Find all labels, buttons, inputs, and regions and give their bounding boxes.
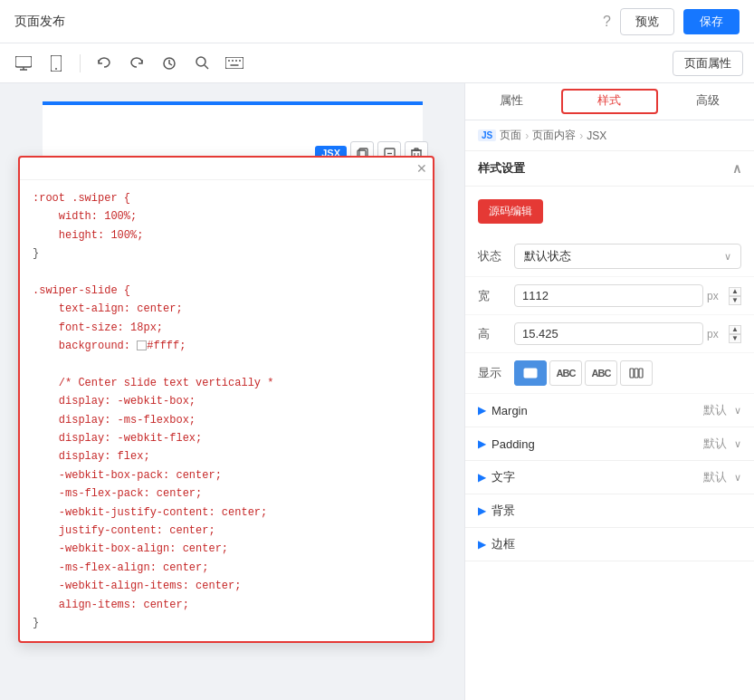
- border-row[interactable]: ▶ 边框: [465, 528, 754, 561]
- margin-value: 默认: [703, 402, 727, 418]
- js-badge: JS: [478, 129, 496, 141]
- breadcrumb: JS 页面 › 页面内容 › JSX: [465, 120, 754, 151]
- display-block-button[interactable]: [514, 360, 547, 386]
- display-inline-button[interactable]: ABC: [549, 360, 582, 386]
- text-label: 文字: [492, 469, 703, 485]
- svg-rect-24: [524, 369, 537, 378]
- tab-advanced[interactable]: 高级: [662, 83, 754, 120]
- border-arrow-icon: ▶: [478, 538, 486, 551]
- undo-icon[interactable]: [91, 51, 117, 76]
- margin-row[interactable]: ▶ Margin 默认 ∨: [465, 394, 754, 427]
- top-header: 页面发布 ? 预览 保存: [0, 0, 754, 43]
- display-label: 显示: [478, 365, 514, 381]
- status-control: 默认状态 ∨: [514, 244, 741, 269]
- display-control: ABC ABC: [514, 360, 741, 386]
- display-buttons: ABC ABC: [514, 360, 741, 386]
- style-settings-label: 样式设置: [478, 160, 525, 177]
- toolbar: 页面属性: [0, 43, 754, 83]
- breadcrumb-page-content[interactable]: 页面内容: [532, 128, 576, 143]
- width-decrement[interactable]: ▼: [729, 296, 741, 305]
- panel-tabs: 属性 样式 高级: [465, 83, 754, 120]
- bg-arrow-icon: ▶: [478, 504, 486, 517]
- height-increment[interactable]: ▲: [729, 325, 741, 334]
- keyboard-icon[interactable]: [222, 51, 247, 76]
- collapse-icon[interactable]: ∧: [732, 161, 741, 176]
- background-row[interactable]: ▶ 背景: [465, 494, 754, 528]
- height-input[interactable]: [514, 322, 703, 345]
- tab-properties[interactable]: 属性: [465, 83, 558, 120]
- svg-rect-8: [225, 57, 243, 69]
- svg-line-7: [205, 65, 208, 69]
- height-row: 高 px ▲ ▼: [465, 315, 754, 353]
- height-unit: px: [707, 328, 725, 340]
- padding-row[interactable]: ▶ Padding 默认 ∨: [465, 427, 754, 461]
- code-editor-popup: ✕ :root .swiper { width: 100%; height: 1…: [18, 156, 434, 643]
- page-title: 页面发布: [14, 14, 65, 30]
- save-button[interactable]: 保存: [683, 9, 740, 34]
- border-label: 边框: [492, 536, 741, 552]
- breadcrumb-jsx[interactable]: JSX: [587, 129, 606, 142]
- breadcrumb-page[interactable]: 页面: [500, 128, 521, 143]
- source-code-section: 源码编辑: [465, 187, 754, 236]
- svg-rect-25: [630, 369, 634, 378]
- status-select[interactable]: 默认状态 ∨: [514, 244, 741, 269]
- svg-rect-0: [15, 56, 32, 67]
- text-chevron-icon: ∨: [734, 472, 741, 484]
- right-panel: 属性 样式 高级 JS 页面 › 页面内容 › JSX 样式设置 ∧ 源码编辑 …: [464, 83, 754, 700]
- search-icon[interactable]: [189, 51, 215, 76]
- code-content: :root .swiper { width: 100%; height: 100…: [33, 189, 420, 632]
- header-actions: ? 预览 保存: [603, 8, 740, 35]
- status-label: 状态: [478, 248, 514, 264]
- svg-point-4: [55, 68, 57, 70]
- canvas-area: JSX ✕ :root .swiper { width: 100%; heigh…: [0, 83, 464, 700]
- height-control: px ▲ ▼: [514, 322, 741, 345]
- code-editor-body[interactable]: :root .swiper { width: 100%; height: 100…: [20, 180, 433, 641]
- breadcrumb-sep-1: ›: [525, 129, 529, 142]
- main-layout: JSX ✕ :root .swiper { width: 100%; heigh…: [0, 83, 754, 700]
- chevron-down-icon: ∨: [724, 251, 731, 263]
- history-icon[interactable]: [157, 51, 182, 76]
- svg-point-6: [196, 57, 205, 66]
- status-value: 默认状态: [524, 248, 571, 264]
- text-arrow-icon: ▶: [478, 471, 486, 484]
- svg-rect-27: [639, 369, 643, 378]
- padding-value: 默认: [703, 436, 727, 452]
- style-settings-header: 样式设置 ∧: [465, 151, 754, 187]
- help-icon[interactable]: ?: [603, 14, 611, 30]
- svg-rect-20: [415, 149, 418, 150]
- text-value: 默认: [703, 469, 727, 485]
- status-row: 状态 默认状态 ∨: [465, 236, 754, 277]
- padding-label: Padding: [492, 437, 703, 451]
- width-label: 宽: [478, 288, 514, 304]
- source-code-button[interactable]: 源码编辑: [478, 199, 543, 224]
- display-row: 显示 ABC ABC: [465, 353, 754, 394]
- toolbar-divider-1: [80, 54, 81, 72]
- height-decrement[interactable]: ▼: [729, 334, 741, 343]
- breadcrumb-sep-2: ›: [579, 129, 583, 142]
- desktop-view-icon[interactable]: [11, 51, 36, 76]
- text-row[interactable]: ▶ 文字 默认 ∨: [465, 461, 754, 494]
- margin-label: Margin: [492, 404, 703, 417]
- width-control: px ▲ ▼: [514, 284, 741, 307]
- close-icon[interactable]: ✕: [416, 161, 427, 176]
- width-row: 宽 px ▲ ▼: [465, 277, 754, 315]
- height-stepper: ▲ ▼: [729, 325, 741, 343]
- mobile-view-icon[interactable]: [43, 51, 69, 76]
- width-stepper: ▲ ▼: [729, 287, 741, 305]
- width-increment[interactable]: ▲: [729, 287, 741, 296]
- display-flex-button[interactable]: [620, 360, 653, 386]
- bg-label: 背景: [492, 503, 741, 519]
- padding-chevron-icon: ∨: [734, 438, 741, 450]
- padding-arrow-icon: ▶: [478, 437, 486, 450]
- height-label: 高: [478, 326, 514, 342]
- width-unit: px: [707, 290, 725, 302]
- margin-chevron-icon: ∨: [734, 405, 741, 417]
- code-editor-header: ✕: [20, 158, 433, 180]
- width-input[interactable]: [514, 284, 703, 307]
- svg-rect-26: [635, 369, 638, 378]
- tab-style[interactable]: 样式: [561, 89, 657, 114]
- redo-icon[interactable]: [124, 51, 149, 76]
- page-props-button[interactable]: 页面属性: [673, 51, 743, 76]
- preview-button[interactable]: 预览: [620, 8, 674, 35]
- display-inline-block-button[interactable]: ABC: [585, 360, 617, 386]
